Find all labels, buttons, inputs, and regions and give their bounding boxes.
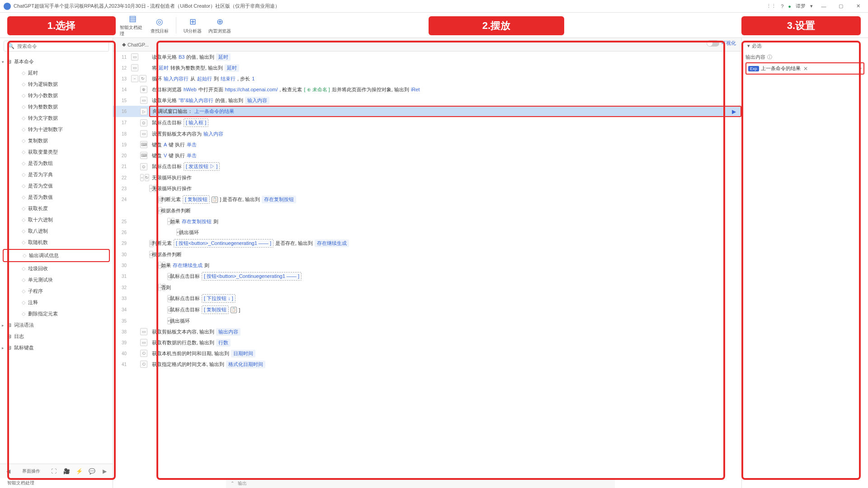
tree-cat-syntax[interactable]: ▸⊟词法语法	[0, 319, 113, 331]
smart-doc-button[interactable]: ▤智能文档处理	[120, 14, 145, 36]
tree-item-11[interactable]: ◇ 是否为数值	[0, 192, 113, 203]
line-21[interactable]: 21⊙鼠标点击目标 [ 发送按钮 ▷ ]	[113, 161, 741, 172]
line-11[interactable]: 11▭读取单元格 B3 的值, 输出到 延时	[113, 52, 741, 62]
viewmode-toggle[interactable]: 可视化	[707, 40, 736, 47]
line-22[interactable]: 22−↻无限循环执行操作	[113, 172, 741, 183]
line-16-selected[interactable]: 16▷向调试窗口输出： 上一条命令的结果▶	[113, 106, 741, 117]
tab-chatgpt[interactable]: ◆ChatGP...	[117, 40, 154, 49]
back-icon[interactable]: ◀	[4, 467, 13, 476]
close-button[interactable]: ✕	[852, 2, 864, 11]
collapse-icon[interactable]: −	[140, 174, 144, 181]
line-26[interactable]: 26↵跳出循环	[113, 227, 741, 238]
maximize-button[interactable]: ▢	[835, 2, 847, 11]
tree-item-3[interactable]: ◇ 转为整数数据	[0, 101, 113, 113]
collapse-icon[interactable]: −	[131, 75, 138, 82]
tree-item-15[interactable]: ◇ 取随机数	[0, 237, 113, 248]
tree-item-6[interactable]: ◇ 复制数据	[0, 135, 113, 146]
line-20[interactable]: 20⌨键盘 V 键 执行 单击	[113, 150, 741, 161]
tree-item-10[interactable]: ◇ 是否为空值	[0, 180, 113, 192]
tabs: ◆ChatGP... 可视化	[113, 38, 741, 52]
find-target-button[interactable]: ◎查找目标	[147, 14, 172, 36]
field-label: 输出内容ⓘ	[745, 54, 864, 61]
tree-cat-basic[interactable]: ▾⊟基本命令	[0, 56, 113, 67]
tree-item-14[interactable]: ◇ 取八进制	[0, 225, 113, 237]
grid-icon[interactable]: ⋮⋮	[766, 3, 776, 9]
titlebar: ChatGPT超级写手单个提示词板RPA机器人2023年10月30日 - 流程创…	[0, 0, 868, 13]
tree-item-5[interactable]: ◇ 转为十进制数字	[0, 124, 113, 135]
play-icon[interactable]: ▶	[732, 108, 736, 115]
line-34[interactable]: 34⊙鼠标点击目标 [ 复制按钮 📋 ]	[113, 304, 741, 315]
line-30a[interactable]: 30◇根据条件判断	[113, 249, 741, 260]
callout-2: 2.摆放	[429, 16, 564, 35]
line-30b[interactable]: 30−?如果 存在继续生成 则	[113, 260, 741, 271]
output-label[interactable]: 输出	[238, 480, 247, 487]
bolt-icon[interactable]: ⚡	[75, 467, 84, 476]
line-38[interactable]: 38▭获取剪贴板文本内容, 输出到 输出内容	[113, 326, 741, 337]
app-icon	[4, 3, 11, 10]
line-18[interactable]: 18▭设置剪贴板文本内容为 输入内容	[113, 128, 741, 139]
line-15[interactable]: 15▭读取单元格 "B"&输入内容行 的值, 输出到 输入内容	[113, 95, 741, 106]
bottom-toolbar: ◀ 界面操作 ⛶ 🎥 ⚡ 💬 ▶	[0, 464, 113, 478]
video-icon[interactable]: 🎥	[62, 467, 71, 476]
expand-icon[interactable]: ⛶	[49, 467, 58, 476]
user-name[interactable]: 谭梦	[796, 3, 806, 9]
output-content-input[interactable]: Exp 上一条命令的结果 ✕ ▾	[745, 62, 864, 75]
line-31[interactable]: 31⊙鼠标点击目标 [ 按钮<button>_Continuegeneratin…	[113, 271, 741, 282]
line-32[interactable]: 32−?否则	[113, 282, 741, 293]
line-13[interactable]: 13−↻循环 输入内容行 从 起始行 到 结束行 , 步长 1	[113, 73, 741, 84]
tree-item-16[interactable]: ◇ 输出调试信息	[3, 249, 110, 262]
browser-button[interactable]: ⊕内置浏览器	[207, 14, 232, 36]
search-box[interactable]: 🔍	[4, 41, 109, 52]
browser-icon: ⊕	[214, 16, 225, 27]
tree-item-0[interactable]: ◇ 延时	[0, 67, 113, 79]
line-14[interactable]: 14⊕在目标浏览器 hWeb 中打开页面 https://chat.openai…	[113, 84, 741, 95]
tree-item-13[interactable]: ◇ 取十六进制	[0, 214, 113, 225]
line-19[interactable]: 19⌨键盘 A 键 执行 单击	[113, 139, 741, 150]
tree-item-17[interactable]: ◇ 垃圾回收	[0, 263, 113, 274]
tree-item-20[interactable]: ◇ 注释	[0, 297, 113, 308]
tree-item-19[interactable]: ◇ 子程序	[0, 286, 113, 297]
tree-item-1[interactable]: ◇ 转为逻辑数据	[0, 79, 113, 90]
tree-item-9[interactable]: ◇ 是否为字典	[0, 169, 113, 180]
chevron-up-icon[interactable]: ⌃	[231, 481, 234, 486]
step-icon: ▭	[140, 97, 147, 104]
help-icon[interactable]: ?	[781, 4, 783, 9]
search-input[interactable]	[17, 43, 105, 49]
line-25[interactable]: 25−?如果 存在复制按钮 则	[113, 216, 741, 227]
tree-item-21[interactable]: ◇ 删除指定元素	[0, 308, 113, 319]
forward-icon[interactable]: ▶	[100, 467, 109, 476]
line-33[interactable]: 33⊙鼠标点击目标 [ 下拉按钮 ↓ ]	[113, 293, 741, 304]
line-29[interactable]: 29☰判断元素 [ 按钮<button>_Continuegenerating1…	[113, 238, 741, 249]
line-41[interactable]: 41⏲获取指定格式的时间文本, 输出到 格式化日期时间	[113, 359, 741, 370]
minimize-button[interactable]: —	[817, 2, 830, 11]
toggle-switch[interactable]	[707, 40, 719, 47]
line-39[interactable]: 39▭获取有数据的行总数, 输出到 行数	[113, 337, 741, 348]
keyboard-icon: ⌨	[140, 141, 147, 148]
line-24[interactable]: 24☰判断元素 [ 复制按钮 📋 ] 是否存在, 输出到 存在复制按钮	[113, 194, 741, 205]
dropdown-icon[interactable]: ▾	[859, 66, 862, 72]
tree-cat-mouse[interactable]: ▸⊟鼠标键盘	[0, 342, 113, 353]
line-24b[interactable]: ◇根据条件判断	[113, 205, 741, 216]
delete-chip-icon[interactable]: ✕	[803, 66, 808, 72]
ui-analyzer-button[interactable]: ⊞UI分析器	[180, 14, 205, 36]
tree-item-12[interactable]: ◇ 获取长度	[0, 203, 113, 214]
chat-icon[interactable]: 💬	[87, 467, 96, 476]
tree-item-8[interactable]: ◇ 是否为数组	[0, 158, 113, 169]
line-17[interactable]: 17⊙鼠标点击目标 [ 输入框 ]	[113, 117, 741, 128]
tree-item-18[interactable]: ◇ 单元测试块	[0, 274, 113, 286]
line-40[interactable]: 40⏲获取本机当前的时间和日期, 输出到 日期时间	[113, 348, 741, 359]
line-35[interactable]: 35↵跳出循环	[113, 315, 741, 326]
command-tree: ▾⊟基本命令 ◇ 延时◇ 转为逻辑数据◇ 转为小数数据◇ 转为整数数据◇ 转为文…	[0, 54, 113, 464]
section-required[interactable]: ▾必选	[745, 42, 864, 50]
statusbar: ⌃ 输出	[226, 478, 615, 488]
keyboard-icon: ⌨	[140, 152, 147, 159]
smart-doc-link[interactable]: 智能文档处理	[0, 478, 113, 488]
tree-item-2[interactable]: ◇ 转为小数数据	[0, 90, 113, 101]
tree-cat-log[interactable]: ▸⊟日志	[0, 331, 113, 342]
line-23[interactable]: 23−↻无限循环执行操作	[113, 183, 741, 194]
line-12[interactable]: 12▭将 延时 转换为整数类型, 输出到 延时	[113, 62, 741, 73]
tree-item-4[interactable]: ◇ 转为文字数据	[0, 113, 113, 124]
tree-item-7[interactable]: ◇ 获取变量类型	[0, 146, 113, 158]
editor[interactable]: 11▭读取单元格 B3 的值, 输出到 延时 12▭将 延时 转换为整数类型, …	[113, 52, 741, 488]
ui-ops[interactable]: 界面操作	[16, 467, 46, 476]
